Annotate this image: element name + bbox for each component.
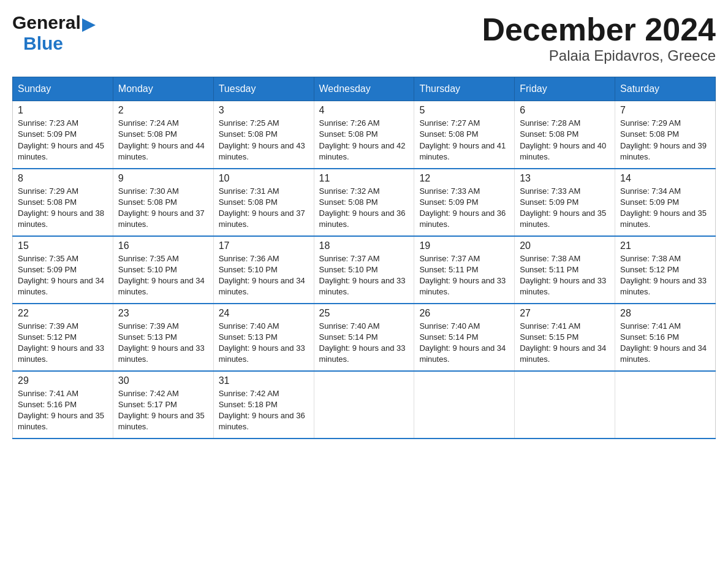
calendar-title-block: December 2024 Palaia Epidavros, Greece: [482, 12, 716, 64]
day-number: 12: [419, 173, 509, 184]
calendar-table: SundayMondayTuesdayWednesdayThursdayFrid…: [12, 77, 716, 439]
calendar-cell: 9Sunrise: 7:30 AMSunset: 5:08 PMDaylight…: [113, 169, 213, 236]
day-number: 1: [18, 105, 108, 116]
calendar-cell: [515, 371, 615, 439]
day-number: 21: [620, 240, 710, 251]
day-info: Sunrise: 7:39 AMSunset: 5:13 PMDaylight:…: [118, 321, 208, 366]
calendar-cell: 14Sunrise: 7:34 AMSunset: 5:09 PMDayligh…: [615, 169, 716, 236]
calendar-cell: 6Sunrise: 7:28 AMSunset: 5:08 PMDaylight…: [515, 101, 615, 169]
calendar-cell: 20Sunrise: 7:38 AMSunset: 5:11 PMDayligh…: [515, 236, 615, 304]
day-info: Sunrise: 7:40 AMSunset: 5:14 PMDaylight:…: [419, 321, 509, 366]
calendar-week-row: 8Sunrise: 7:29 AMSunset: 5:08 PMDaylight…: [13, 169, 716, 236]
day-info: Sunrise: 7:29 AMSunset: 5:08 PMDaylight:…: [18, 186, 108, 231]
day-number: 5: [419, 105, 509, 116]
page-header: General Blue December 2024 Palaia Epidav…: [12, 12, 716, 64]
day-of-week-header: Monday: [113, 77, 213, 101]
calendar-subtitle: Palaia Epidavros, Greece: [482, 47, 716, 64]
day-number: 3: [219, 105, 309, 116]
logo-general-text: General: [12, 12, 81, 33]
calendar-cell: 22Sunrise: 7:39 AMSunset: 5:12 PMDayligh…: [13, 304, 113, 371]
day-info: Sunrise: 7:42 AMSunset: 5:18 PMDaylight:…: [219, 388, 309, 433]
calendar-cell: 21Sunrise: 7:38 AMSunset: 5:12 PMDayligh…: [615, 236, 716, 304]
day-number: 10: [219, 173, 309, 184]
calendar-cell: [414, 371, 515, 439]
calendar-cell: 4Sunrise: 7:26 AMSunset: 5:08 PMDaylight…: [314, 101, 414, 169]
calendar-cell: 7Sunrise: 7:29 AMSunset: 5:08 PMDaylight…: [615, 101, 716, 169]
svg-marker-0: [82, 18, 96, 32]
day-number: 14: [620, 173, 710, 184]
day-info: Sunrise: 7:34 AMSunset: 5:09 PMDaylight:…: [620, 186, 710, 231]
day-info: Sunrise: 7:41 AMSunset: 5:16 PMDaylight:…: [620, 321, 710, 366]
calendar-cell: 10Sunrise: 7:31 AMSunset: 5:08 PMDayligh…: [213, 169, 314, 236]
calendar-week-row: 29Sunrise: 7:41 AMSunset: 5:16 PMDayligh…: [13, 371, 716, 439]
day-info: Sunrise: 7:42 AMSunset: 5:17 PMDaylight:…: [118, 388, 208, 433]
day-info: Sunrise: 7:36 AMSunset: 5:10 PMDaylight:…: [219, 253, 309, 298]
calendar-cell: [314, 371, 414, 439]
calendar-cell: 11Sunrise: 7:32 AMSunset: 5:08 PMDayligh…: [314, 169, 414, 236]
day-info: Sunrise: 7:31 AMSunset: 5:08 PMDaylight:…: [219, 186, 309, 231]
day-number: 17: [219, 240, 309, 251]
day-number: 23: [118, 308, 208, 319]
day-number: 27: [520, 308, 610, 319]
day-number: 13: [520, 173, 610, 184]
calendar-cell: 31Sunrise: 7:42 AMSunset: 5:18 PMDayligh…: [213, 371, 314, 439]
calendar-cell: 25Sunrise: 7:40 AMSunset: 5:14 PMDayligh…: [314, 304, 414, 371]
calendar-cell: 13Sunrise: 7:33 AMSunset: 5:09 PMDayligh…: [515, 169, 615, 236]
day-number: 30: [118, 375, 208, 386]
day-info: Sunrise: 7:24 AMSunset: 5:08 PMDaylight:…: [118, 118, 208, 163]
calendar-cell: 17Sunrise: 7:36 AMSunset: 5:10 PMDayligh…: [213, 236, 314, 304]
day-of-week-header: Sunday: [13, 77, 113, 101]
calendar-cell: 2Sunrise: 7:24 AMSunset: 5:08 PMDaylight…: [113, 101, 213, 169]
calendar-cell: [615, 371, 716, 439]
day-number: 20: [520, 240, 610, 251]
day-number: 24: [219, 308, 309, 319]
logo-arrow-icon: [82, 18, 96, 32]
day-info: Sunrise: 7:29 AMSunset: 5:08 PMDaylight:…: [620, 118, 710, 163]
day-of-week-header: Saturday: [615, 77, 716, 101]
calendar-cell: 5Sunrise: 7:27 AMSunset: 5:08 PMDaylight…: [414, 101, 515, 169]
day-info: Sunrise: 7:30 AMSunset: 5:08 PMDaylight:…: [118, 186, 208, 231]
day-number: 9: [118, 173, 208, 184]
day-number: 16: [118, 240, 208, 251]
day-of-week-header: Wednesday: [314, 77, 414, 101]
calendar-header-row: SundayMondayTuesdayWednesdayThursdayFrid…: [13, 77, 716, 101]
calendar-week-row: 15Sunrise: 7:35 AMSunset: 5:09 PMDayligh…: [13, 236, 716, 304]
logo: General Blue: [12, 12, 96, 54]
calendar-cell: 8Sunrise: 7:29 AMSunset: 5:08 PMDaylight…: [13, 169, 113, 236]
calendar-cell: 3Sunrise: 7:25 AMSunset: 5:08 PMDaylight…: [213, 101, 314, 169]
day-number: 4: [319, 105, 409, 116]
day-of-week-header: Friday: [515, 77, 615, 101]
calendar-cell: 28Sunrise: 7:41 AMSunset: 5:16 PMDayligh…: [615, 304, 716, 371]
day-info: Sunrise: 7:32 AMSunset: 5:08 PMDaylight:…: [319, 186, 409, 231]
calendar-cell: 26Sunrise: 7:40 AMSunset: 5:14 PMDayligh…: [414, 304, 515, 371]
day-number: 25: [319, 308, 409, 319]
day-number: 11: [319, 173, 409, 184]
day-info: Sunrise: 7:23 AMSunset: 5:09 PMDaylight:…: [18, 118, 108, 163]
day-info: Sunrise: 7:38 AMSunset: 5:11 PMDaylight:…: [520, 253, 610, 298]
day-info: Sunrise: 7:35 AMSunset: 5:10 PMDaylight:…: [118, 253, 208, 298]
day-info: Sunrise: 7:37 AMSunset: 5:10 PMDaylight:…: [319, 253, 409, 298]
calendar-cell: 1Sunrise: 7:23 AMSunset: 5:09 PMDaylight…: [13, 101, 113, 169]
day-info: Sunrise: 7:33 AMSunset: 5:09 PMDaylight:…: [419, 186, 509, 231]
calendar-cell: 30Sunrise: 7:42 AMSunset: 5:17 PMDayligh…: [113, 371, 213, 439]
day-info: Sunrise: 7:38 AMSunset: 5:12 PMDaylight:…: [620, 253, 710, 298]
day-number: 28: [620, 308, 710, 319]
day-info: Sunrise: 7:41 AMSunset: 5:16 PMDaylight:…: [18, 388, 108, 433]
calendar-cell: 12Sunrise: 7:33 AMSunset: 5:09 PMDayligh…: [414, 169, 515, 236]
day-info: Sunrise: 7:35 AMSunset: 5:09 PMDaylight:…: [18, 253, 108, 298]
calendar-cell: 23Sunrise: 7:39 AMSunset: 5:13 PMDayligh…: [113, 304, 213, 371]
day-info: Sunrise: 7:40 AMSunset: 5:13 PMDaylight:…: [219, 321, 309, 366]
calendar-cell: 16Sunrise: 7:35 AMSunset: 5:10 PMDayligh…: [113, 236, 213, 304]
day-number: 26: [419, 308, 509, 319]
calendar-cell: 29Sunrise: 7:41 AMSunset: 5:16 PMDayligh…: [13, 371, 113, 439]
day-number: 8: [18, 173, 108, 184]
day-number: 15: [18, 240, 108, 251]
day-number: 19: [419, 240, 509, 251]
day-number: 18: [319, 240, 409, 251]
calendar-cell: 27Sunrise: 7:41 AMSunset: 5:15 PMDayligh…: [515, 304, 615, 371]
day-info: Sunrise: 7:40 AMSunset: 5:14 PMDaylight:…: [319, 321, 409, 366]
day-info: Sunrise: 7:39 AMSunset: 5:12 PMDaylight:…: [18, 321, 108, 366]
day-number: 22: [18, 308, 108, 319]
day-info: Sunrise: 7:25 AMSunset: 5:08 PMDaylight:…: [219, 118, 309, 163]
calendar-cell: 18Sunrise: 7:37 AMSunset: 5:10 PMDayligh…: [314, 236, 414, 304]
